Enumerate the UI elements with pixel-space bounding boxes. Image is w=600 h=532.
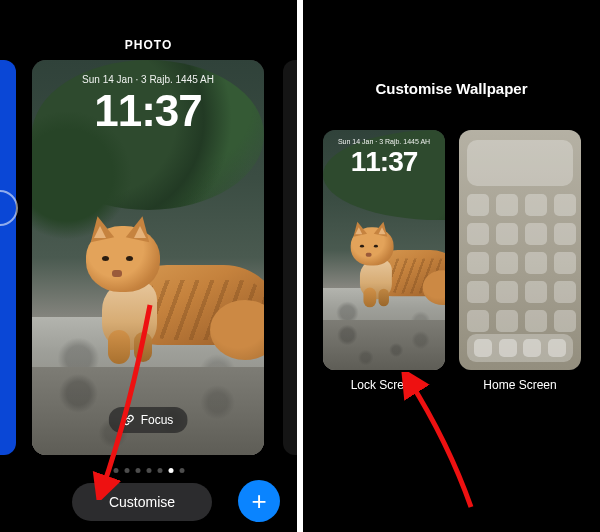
home-app-icon [554, 252, 576, 274]
page-dot[interactable] [157, 468, 162, 473]
home-app-icon [525, 194, 547, 216]
home-app-icon [496, 281, 518, 303]
home-app-icon [496, 252, 518, 274]
wallpaper-subject-cat [90, 210, 264, 370]
home-app-icon [525, 223, 547, 245]
home-app-icon [548, 339, 566, 357]
home-app-icon [467, 310, 489, 332]
lock-date: Sun 14 Jan · 3 Rajb. 1445 AH [323, 138, 445, 145]
page-dots[interactable] [113, 468, 184, 473]
link-icon [123, 414, 135, 426]
lock-screen-label: Lock Screen [351, 378, 418, 392]
page-dot[interactable] [135, 468, 140, 473]
focus-label: Focus [141, 413, 174, 427]
prev-wallpaper-peek[interactable] [0, 60, 16, 455]
home-app-icon [525, 252, 547, 274]
home-screen-option[interactable]: Home Screen [459, 130, 581, 392]
two-panel-stage: PHOTO [0, 0, 600, 532]
home-app-icon [499, 339, 517, 357]
page-dot[interactable] [168, 468, 173, 473]
home-app-icon [496, 194, 518, 216]
lock-date: Sun 14 Jan · 3 Rajb. 1445 AH [32, 74, 264, 85]
page-title: PHOTO [0, 38, 297, 52]
home-dock [467, 334, 573, 362]
home-app-icon [554, 281, 576, 303]
home-app-icon [554, 223, 576, 245]
customise-wallpaper-panel: Customise Wallpaper Sun 14 Jan · 3 Rajb.… [303, 0, 600, 532]
plus-icon: + [251, 488, 266, 514]
home-widget-placeholder [467, 140, 573, 186]
customise-button[interactable]: Customise [72, 483, 212, 521]
home-app-icon [523, 339, 541, 357]
page-dot[interactable] [146, 468, 151, 473]
home-app-icon [496, 223, 518, 245]
lock-time: 11:37 [323, 146, 445, 178]
customise-label: Customise [109, 494, 175, 510]
home-app-icon [554, 310, 576, 332]
home-screen-preview [459, 130, 581, 370]
home-app-icon [467, 223, 489, 245]
customise-options: Sun 14 Jan · 3 Rajb. 1445 AH 11:37 Lock … [323, 130, 580, 392]
focus-link-button[interactable]: Focus [109, 407, 188, 433]
lock-screen-option[interactable]: Sun 14 Jan · 3 Rajb. 1445 AH 11:37 Lock … [323, 130, 445, 392]
wallpaper-subject-cat [353, 218, 445, 311]
lock-screen-preview: Sun 14 Jan · 3 Rajb. 1445 AH 11:37 [323, 130, 445, 370]
home-app-grid [467, 194, 573, 332]
annotation-arrow [393, 372, 493, 512]
page-dot[interactable] [179, 468, 184, 473]
home-app-icon [467, 281, 489, 303]
home-screen-label: Home Screen [483, 378, 556, 392]
home-app-icon [467, 252, 489, 274]
home-app-icon [474, 339, 492, 357]
lock-time: 11:37 [32, 86, 264, 136]
home-app-icon [525, 310, 547, 332]
home-app-icon [554, 194, 576, 216]
page-dot[interactable] [113, 468, 118, 473]
add-wallpaper-button[interactable]: + [238, 480, 280, 522]
home-app-icon [525, 281, 547, 303]
customise-title: Customise Wallpaper [303, 80, 600, 97]
wallpaper-gallery-panel: PHOTO [0, 0, 297, 532]
home-app-icon [467, 194, 489, 216]
wallpaper-stone-face [323, 320, 445, 370]
current-wallpaper-preview[interactable]: Sun 14 Jan · 3 Rajb. 1445 AH 11:37 Focus [32, 60, 264, 455]
home-app-icon [496, 310, 518, 332]
next-wallpaper-peek[interactable] [283, 60, 297, 455]
prev-wallpaper-clock-ring [0, 190, 18, 226]
page-dot[interactable] [124, 468, 129, 473]
